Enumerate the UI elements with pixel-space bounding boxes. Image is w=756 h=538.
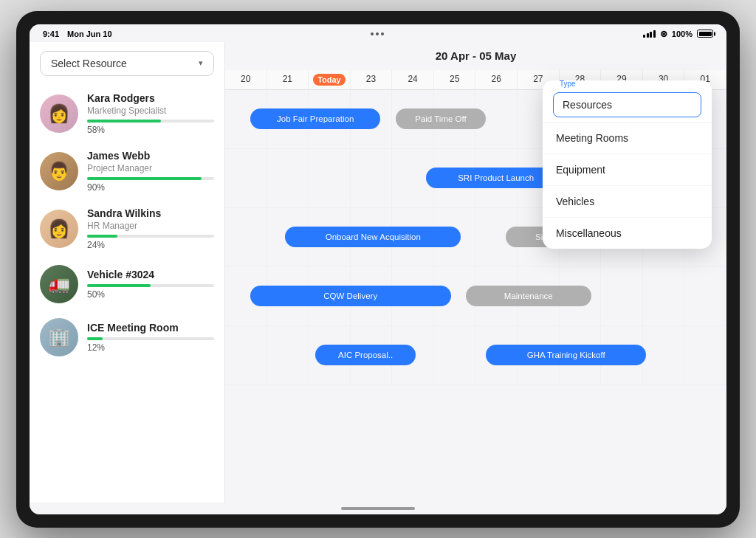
progress-bar-container — [87, 235, 214, 238]
gantt-cell — [392, 326, 434, 384]
dropdown-option[interactable]: Miscellaneous — [543, 218, 712, 249]
resource-name: James Webb — [87, 150, 214, 162]
dropdown-option[interactable]: Vehicles — [543, 186, 712, 218]
gantt-cell — [267, 90, 309, 148]
gantt-cell — [392, 267, 434, 325]
battery-body — [697, 30, 713, 38]
status-time: 9:41 — [43, 30, 59, 38]
gantt-cell — [643, 326, 685, 384]
signal-bars-icon — [643, 30, 656, 38]
gantt-cell — [225, 267, 267, 325]
dropdown-type-input[interactable] — [553, 92, 701, 117]
gantt-cell — [475, 267, 518, 325]
battery-pct: 100% — [672, 30, 693, 38]
gantt-cell — [518, 267, 560, 325]
gantt-row: AIC Proposal..GHA Training Kickoff — [225, 326, 726, 385]
resource-info: Sandra WilkinsHR Manager24% — [87, 207, 214, 250]
resource-role: Marketing Specialist — [87, 106, 214, 116]
date-cell[interactable]: 26 — [475, 70, 518, 89]
gantt-cell — [309, 267, 351, 325]
progress-bar-fill — [87, 337, 103, 340]
select-resource-label: Select Resource — [51, 58, 127, 69]
resource-percent: 12% — [87, 342, 214, 353]
calendar-title: 20 Apr - 05 May — [436, 49, 517, 62]
avatar: 🚛 — [40, 265, 78, 303]
resource-item[interactable]: 👨James WebbProject Manager90% — [30, 142, 224, 200]
avatar: 👩 — [40, 210, 78, 248]
battery-fill — [699, 32, 712, 36]
resource-item[interactable]: 👩Sandra WilkinsHR Manager24% — [30, 200, 224, 258]
dot1 — [371, 32, 374, 35]
resource-info: Kara RodgersMarketing Specialist58% — [87, 92, 214, 135]
gantt-cell — [434, 326, 476, 384]
gantt-cell — [601, 326, 643, 384]
gantt-cell — [392, 149, 434, 207]
progress-bar-fill — [87, 120, 161, 123]
date-cell[interactable]: 23 — [351, 70, 393, 89]
date-cell[interactable]: 25 — [434, 70, 476, 89]
gantt-cell — [475, 208, 518, 266]
gantt-cell — [309, 90, 351, 148]
gantt-cell — [434, 149, 476, 207]
dropdown-option[interactable]: Meeting Rooms — [543, 123, 712, 154]
dropdown-options-container: Meeting RoomsEquipmentVehiclesMiscellane… — [543, 123, 712, 249]
progress-bar-container — [87, 177, 214, 180]
gantt-cell — [351, 267, 393, 325]
calendar-header: 20 Apr - 05 May — [225, 42, 726, 70]
resource-percent: 90% — [87, 182, 214, 193]
avatar: 👨 — [40, 152, 78, 190]
date-number: 26 — [492, 74, 501, 84]
gantt-cell — [351, 90, 393, 148]
today-badge: Today — [313, 74, 346, 86]
resource-name: Sandra Wilkins — [87, 207, 214, 219]
gantt-cell — [351, 326, 393, 384]
gantt-row: CQW DeliveryMaintenance — [225, 267, 726, 326]
date-number: 25 — [450, 74, 459, 84]
date-number: 27 — [533, 74, 543, 84]
gantt-cell — [601, 267, 643, 325]
ipad-frame: 9:41 Mon Jun 10 ⊛ 100% — [16, 11, 740, 528]
gantt-cell — [475, 90, 518, 148]
resource-role: Project Manager — [87, 163, 214, 173]
battery-icon — [697, 30, 713, 38]
progress-bar-container — [87, 120, 214, 123]
resource-percent: 58% — [87, 125, 214, 135]
date-cell[interactable]: Today — [309, 70, 351, 89]
wifi-icon: ⊛ — [660, 29, 667, 39]
gantt-cell — [684, 326, 726, 384]
status-center — [371, 32, 384, 35]
resource-name: Kara Rodgers — [87, 92, 214, 104]
gantt-cell — [392, 90, 434, 148]
gantt-cell — [560, 267, 602, 325]
date-cell[interactable]: 24 — [392, 70, 434, 89]
gantt-cell — [225, 90, 267, 148]
date-number: 21 — [283, 74, 292, 84]
resource-item[interactable]: 👩Kara RodgersMarketing Specialist58% — [30, 85, 224, 142]
dropdown-option[interactable]: Equipment — [543, 154, 712, 186]
status-bar: 9:41 Mon Jun 10 ⊛ 100% — [30, 24, 726, 42]
gantt-cell — [518, 326, 560, 384]
main-content: Select Resource ▾ 👩Kara RodgersMarketing… — [30, 42, 726, 503]
resource-role: HR Manager — [87, 221, 214, 231]
type-dropdown[interactable]: Type Meeting RoomsEquipmentVehiclesMisce… — [543, 80, 712, 249]
resource-item[interactable]: 🚛Vehicle #302450% — [30, 258, 224, 311]
sidebar: Select Resource ▾ 👩Kara RodgersMarketing… — [30, 42, 225, 503]
gantt-cell — [267, 326, 309, 384]
select-resource-button[interactable]: Select Resource ▾ — [40, 51, 214, 76]
date-cell[interactable]: 21 — [267, 70, 309, 89]
gantt-cell — [434, 267, 476, 325]
date-number: 20 — [241, 74, 250, 84]
gantt-cell — [267, 267, 309, 325]
dot2 — [376, 32, 379, 35]
signal-bar-4 — [653, 30, 656, 38]
resource-info: James WebbProject Manager90% — [87, 150, 214, 193]
resource-item[interactable]: 🏢ICE Meeting Room12% — [30, 311, 224, 364]
progress-bar-container — [87, 337, 214, 340]
status-left: 9:41 Mon Jun 10 — [43, 30, 112, 38]
progress-bar-container — [87, 284, 214, 287]
dropdown-input-section: Type — [543, 80, 712, 123]
gantt-cell — [309, 149, 351, 207]
date-cell[interactable]: 20 — [225, 70, 267, 89]
gantt-cell — [267, 208, 309, 266]
progress-bar-fill — [87, 177, 202, 180]
